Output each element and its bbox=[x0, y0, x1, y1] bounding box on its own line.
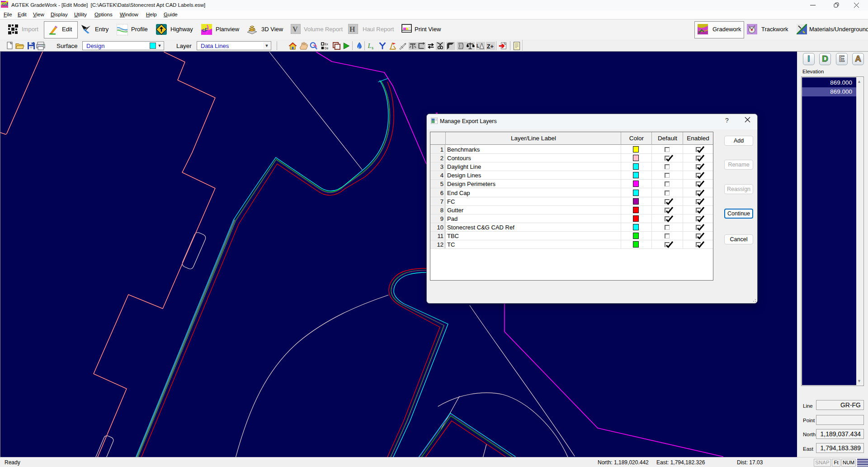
svg-text:s: s bbox=[372, 46, 373, 50]
svg-text:De: De bbox=[325, 47, 329, 50]
svg-text:L: L bbox=[476, 43, 479, 48]
svg-text:Ex: Ex bbox=[325, 43, 328, 46]
svg-text:GW: GW bbox=[2, 2, 8, 7]
svg-text:Z+: Z+ bbox=[487, 43, 494, 50]
svg-text:L: L bbox=[368, 43, 372, 49]
svg-text:H: H bbox=[349, 25, 355, 33]
svg-text:cF: cF bbox=[202, 27, 208, 33]
svg-text:?: ? bbox=[408, 27, 410, 30]
svg-text:V: V bbox=[292, 25, 298, 33]
